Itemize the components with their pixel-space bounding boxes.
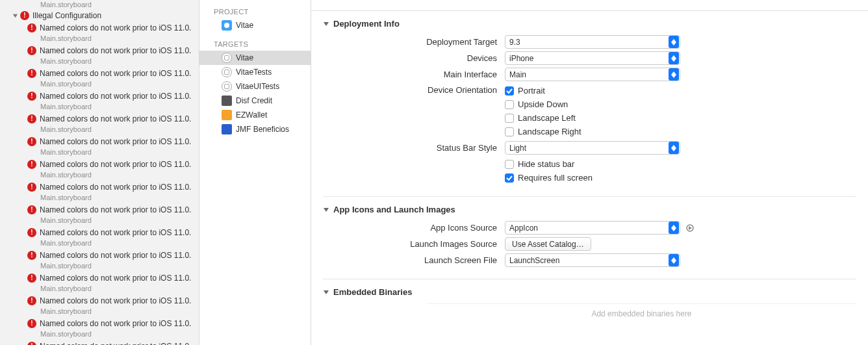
disclosure-triangle-icon[interactable] — [12, 12, 18, 19]
checkbox-label: Portrait — [518, 86, 545, 96]
disclosure-triangle-icon[interactable] — [323, 207, 329, 213]
target-item[interactable]: EZWallet — [199, 108, 311, 122]
error-icon: ! — [27, 160, 36, 169]
checkbox-label: Landscape Right — [518, 127, 581, 136]
orientation-upside-down-checkbox[interactable]: Upside Down — [505, 99, 568, 109]
error-icon: ! — [27, 342, 36, 345]
issue-file: Main.storyboard — [0, 170, 199, 180]
issue-item[interactable]: !Named colors do not work prior to iOS 1… — [0, 45, 199, 57]
error-icon: ! — [27, 296, 36, 305]
target-icon — [222, 110, 232, 120]
target-icon — [222, 67, 232, 77]
target-name: JMF Beneficios — [236, 125, 289, 134]
section-header[interactable]: App Icons and Launch Images — [323, 205, 856, 214]
devices-value: iPhone — [509, 54, 668, 63]
issue-item[interactable]: !Named colors do not work prior to iOS 1… — [0, 22, 199, 34]
issue-text: Named colors do not work prior to iOS 11… — [40, 69, 196, 78]
orientation-landscape-left-checkbox[interactable]: Landscape Left — [505, 113, 576, 123]
target-icon — [222, 96, 232, 106]
launch-screen-file-label: Launch Screen File — [323, 255, 505, 265]
target-item[interactable]: VitaeUITests — [199, 79, 311, 94]
app-icons-source-select[interactable]: AppIcon — [505, 221, 680, 235]
hide-status-bar-checkbox[interactable]: Hide status bar — [505, 159, 574, 169]
project-icon — [222, 20, 232, 31]
issue-item[interactable]: !Named colors do not work prior to iOS 1… — [0, 68, 199, 79]
target-item[interactable]: Vitae — [199, 51, 311, 65]
stepper-icon[interactable] — [669, 142, 679, 154]
issue-text: Named colors do not work prior to iOS 11… — [40, 160, 196, 169]
go-to-asset-icon[interactable] — [684, 222, 696, 234]
issue-item[interactable]: !Named colors do not work prior to iOS 1… — [0, 159, 199, 170]
issue-group[interactable]: ! Illegal Configuration — [0, 10, 199, 21]
launch-screen-file-combo[interactable]: LaunchScreen — [505, 253, 680, 267]
error-icon: ! — [27, 319, 36, 328]
issue-text: Named colors do not work prior to iOS 11… — [40, 319, 196, 328]
section-header[interactable]: Embedded Binaries — [323, 287, 856, 297]
project-name: Vitae — [236, 21, 253, 30]
section-title: Deployment Info — [333, 19, 400, 29]
issue-file: Main.storyboard — [0, 216, 199, 225]
issue-text: Named colors do not work prior to iOS 11… — [40, 23, 196, 32]
issue-text: Named colors do not work prior to iOS 11… — [40, 296, 196, 305]
issue-item[interactable]: !Named colors do not work prior to iOS 1… — [0, 204, 199, 216]
issue-item[interactable]: !Named colors do not work prior to iOS 1… — [0, 136, 199, 147]
orientation-landscape-right-checkbox[interactable]: Landscape Right — [505, 127, 581, 136]
checkbox-label: Requires full screen — [518, 173, 593, 183]
target-item[interactable]: JMF Beneficios — [199, 122, 311, 136]
project-item[interactable]: Vitae — [199, 18, 311, 32]
target-item[interactable]: VitaeTests — [199, 65, 311, 79]
embedded-binaries-dropzone[interactable]: Add embedded binaries here — [427, 304, 856, 324]
error-icon: ! — [27, 137, 36, 146]
checkbox-label: Landscape Left — [518, 113, 576, 123]
stepper-icon[interactable] — [669, 36, 679, 48]
status-bar-style-select[interactable]: Light — [505, 141, 680, 155]
issue-item[interactable]: !Named colors do not work prior to iOS 1… — [0, 227, 199, 238]
checkbox-icon — [505, 160, 514, 169]
issue-item[interactable]: !Named colors do not work prior to iOS 1… — [0, 340, 199, 345]
issue-file: Main.storyboard — [0, 79, 199, 89]
issue-item[interactable]: !Named colors do not work prior to iOS 1… — [0, 295, 199, 307]
orientation-portrait-checkbox[interactable]: Portrait — [505, 86, 545, 96]
issue-file: Main.storyboard — [0, 147, 199, 157]
stepper-icon[interactable] — [669, 52, 679, 64]
target-item[interactable]: Disf Credit — [199, 94, 311, 108]
embedded-binaries-section: Embedded Binaries Add embedded binaries … — [323, 279, 856, 329]
issue-file: Main.storyboard — [0, 238, 199, 248]
target-name: Disf Credit — [236, 96, 272, 105]
use-asset-catalog-button[interactable]: Use Asset Catalog… — [505, 237, 591, 251]
checkbox-label: Hide status bar — [518, 159, 574, 169]
disclosure-triangle-icon[interactable] — [323, 21, 329, 27]
error-icon: ! — [27, 205, 36, 214]
devices-select[interactable]: iPhone — [505, 51, 680, 65]
error-icon: ! — [27, 23, 36, 32]
issue-file: Main.storyboard — [0, 125, 199, 134]
disclosure-triangle-icon[interactable] — [323, 289, 329, 296]
app-icons-section: App Icons and Launch Images App Icons So… — [323, 197, 856, 275]
error-icon: ! — [27, 46, 36, 55]
project-targets-panel: PROJECT Vitae TARGETS VitaeVitaeTestsVit… — [199, 0, 311, 345]
error-icon: ! — [27, 69, 36, 78]
issue-text: Named colors do not work prior to iOS 11… — [40, 137, 196, 146]
main-interface-combo[interactable]: Main — [505, 68, 680, 81]
main-interface-label: Main Interface — [323, 70, 505, 79]
stepper-icon[interactable] — [669, 222, 679, 234]
issue-item[interactable]: !Named colors do not work prior to iOS 1… — [0, 181, 199, 193]
issue-item[interactable]: !Named colors do not work prior to iOS 1… — [0, 249, 199, 261]
requires-full-screen-checkbox[interactable]: Requires full screen — [505, 173, 593, 183]
checkbox-icon — [505, 100, 514, 109]
target-name: Vitae — [236, 53, 253, 62]
deployment-target-combo[interactable]: 9.3 — [505, 35, 680, 49]
issue-item[interactable]: !Named colors do not work prior to iOS 1… — [0, 113, 199, 125]
checkbox-icon — [505, 173, 514, 183]
issue-text: Named colors do not work prior to iOS 11… — [40, 228, 196, 237]
stepper-icon[interactable] — [669, 254, 679, 266]
target-name: EZWallet — [236, 110, 267, 120]
section-header[interactable]: Deployment Info — [323, 19, 856, 29]
device-orientation-label: Device Orientation — [323, 84, 505, 95]
issue-item[interactable]: !Named colors do not work prior to iOS 1… — [0, 318, 199, 329]
issue-item[interactable]: !Named colors do not work prior to iOS 1… — [0, 272, 199, 284]
issue-file: Main.storyboard — [0, 261, 199, 271]
stepper-icon[interactable] — [669, 68, 679, 81]
issue-item[interactable]: !Named colors do not work prior to iOS 1… — [0, 90, 199, 102]
deployment-target-value: 9.3 — [509, 38, 668, 47]
